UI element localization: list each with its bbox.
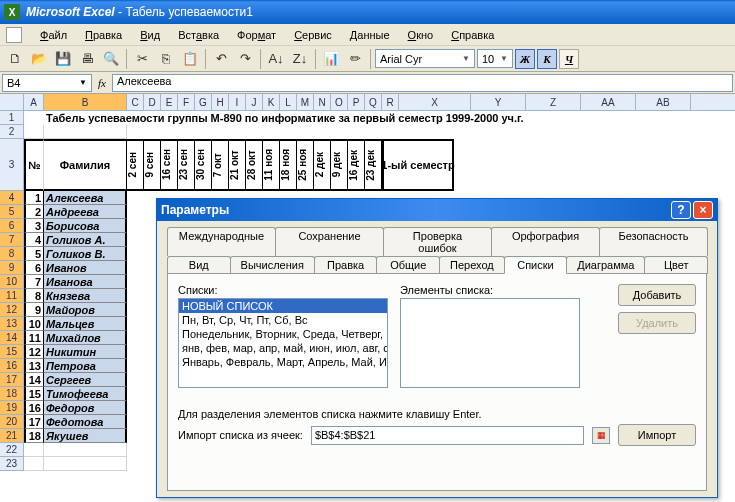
- tab[interactable]: Диаграмма: [566, 256, 645, 274]
- col-header[interactable]: X: [399, 94, 471, 110]
- tab[interactable]: Сохранение: [275, 227, 384, 256]
- surname-cell[interactable]: Алексеева: [44, 191, 127, 205]
- menu-format[interactable]: Формат: [229, 27, 284, 43]
- menu-window[interactable]: Окно: [400, 27, 442, 43]
- elements-textarea[interactable]: [400, 298, 580, 388]
- col-header[interactable]: B: [44, 94, 127, 110]
- surname-cell[interactable]: Никитин: [44, 345, 127, 359]
- chart-icon[interactable]: 📊: [320, 48, 342, 70]
- row-header[interactable]: 21: [0, 429, 24, 443]
- row-header[interactable]: 4: [0, 191, 24, 205]
- col-header[interactable]: Q: [365, 94, 382, 110]
- size-selector[interactable]: 10▼: [477, 49, 513, 68]
- col-header[interactable]: D: [144, 94, 161, 110]
- undo-icon[interactable]: ↶: [210, 48, 232, 70]
- paste-icon[interactable]: 📋: [179, 48, 201, 70]
- surname-cell[interactable]: Михайлов: [44, 331, 127, 345]
- menu-tools[interactable]: Сервис: [286, 27, 340, 43]
- row-header[interactable]: 20: [0, 415, 24, 429]
- surname-cell[interactable]: Иванов: [44, 261, 127, 275]
- surname-cell[interactable]: Андреева: [44, 205, 127, 219]
- row-header[interactable]: 15: [0, 345, 24, 359]
- tab[interactable]: Правка: [314, 256, 378, 274]
- bold-button[interactable]: Ж: [515, 49, 535, 69]
- add-button[interactable]: Добавить: [618, 284, 696, 306]
- row-header[interactable]: 10: [0, 275, 24, 289]
- col-header[interactable]: L: [280, 94, 297, 110]
- surname-cell[interactable]: Сергеев: [44, 373, 127, 387]
- fx-icon[interactable]: fx: [98, 77, 106, 89]
- row-header[interactable]: 7: [0, 233, 24, 247]
- tab[interactable]: Проверка ошибок: [383, 227, 492, 256]
- menu-data[interactable]: Данные: [342, 27, 398, 43]
- name-box[interactable]: B4▼: [2, 74, 92, 92]
- formula-input[interactable]: Алексеева: [112, 74, 733, 92]
- menu-insert[interactable]: Вставка: [170, 27, 227, 43]
- col-header[interactable]: R: [382, 94, 399, 110]
- drawing-icon[interactable]: ✏: [344, 48, 366, 70]
- tab[interactable]: Вычисления: [230, 256, 315, 274]
- row-header[interactable]: 14: [0, 331, 24, 345]
- col-header[interactable]: Y: [471, 94, 526, 110]
- row-header[interactable]: 1: [0, 111, 24, 125]
- save-icon[interactable]: 💾: [52, 48, 74, 70]
- col-header[interactable]: F: [178, 94, 195, 110]
- range-picker-icon[interactable]: ▦: [592, 427, 610, 444]
- row-header[interactable]: 13: [0, 317, 24, 331]
- col-header[interactable]: H: [212, 94, 229, 110]
- row-header[interactable]: 2: [0, 125, 24, 139]
- surname-cell[interactable]: Петрова: [44, 359, 127, 373]
- font-selector[interactable]: Arial Cyr▼: [375, 49, 475, 68]
- col-header[interactable]: AA: [581, 94, 636, 110]
- menu-help[interactable]: Справка: [443, 27, 502, 43]
- tab[interactable]: Международные: [167, 227, 276, 256]
- col-header[interactable]: O: [331, 94, 348, 110]
- surname-cell[interactable]: Тимофеева: [44, 387, 127, 401]
- surname-cell[interactable]: Майоров: [44, 303, 127, 317]
- dialog-titlebar[interactable]: Параметры ? ×: [157, 199, 717, 221]
- row-header[interactable]: 23: [0, 457, 24, 471]
- list-item[interactable]: Январь, Февраль, Март, Апрель, Май, И: [179, 355, 387, 369]
- underline-button[interactable]: Ч: [559, 49, 579, 69]
- import-button[interactable]: Импорт: [618, 424, 696, 446]
- select-all-corner[interactable]: [0, 94, 24, 110]
- surname-cell[interactable]: Иванова: [44, 275, 127, 289]
- copy-icon[interactable]: ⎘: [155, 48, 177, 70]
- row-header[interactable]: 16: [0, 359, 24, 373]
- row-header[interactable]: 18: [0, 387, 24, 401]
- cut-icon[interactable]: ✂: [131, 48, 153, 70]
- col-header[interactable]: AB: [636, 94, 691, 110]
- menu-edit[interactable]: Правка: [77, 27, 130, 43]
- col-header[interactable]: P: [348, 94, 365, 110]
- row-header[interactable]: 9: [0, 261, 24, 275]
- menu-file[interactable]: Файл: [32, 27, 75, 43]
- list-item[interactable]: Понедельник, Вторник, Среда, Четверг,: [179, 327, 387, 341]
- row-header[interactable]: 22: [0, 443, 24, 457]
- italic-button[interactable]: К: [537, 49, 557, 69]
- surname-cell[interactable]: Федотова: [44, 415, 127, 429]
- open-icon[interactable]: 📂: [28, 48, 50, 70]
- sort-desc-icon[interactable]: Z↓: [289, 48, 311, 70]
- row-header[interactable]: 12: [0, 303, 24, 317]
- row-header[interactable]: 17: [0, 373, 24, 387]
- list-item[interactable]: янв, фев, мар, апр, май, июн, июл, авг, …: [179, 341, 387, 355]
- tab[interactable]: Вид: [167, 256, 231, 274]
- tab[interactable]: Общие: [376, 256, 440, 274]
- surname-cell[interactable]: Борисова: [44, 219, 127, 233]
- delete-button[interactable]: Удалить: [618, 312, 696, 334]
- lists-listbox[interactable]: НОВЫЙ СПИСОКПн, Вт, Ср, Чт, Пт, Сб, ВсПо…: [178, 298, 388, 388]
- col-header[interactable]: M: [297, 94, 314, 110]
- col-header[interactable]: J: [246, 94, 263, 110]
- tab[interactable]: Цвет: [644, 256, 708, 274]
- row-header[interactable]: 11: [0, 289, 24, 303]
- row-header[interactable]: 19: [0, 401, 24, 415]
- row-header[interactable]: 5: [0, 205, 24, 219]
- list-item[interactable]: НОВЫЙ СПИСОК: [179, 299, 387, 313]
- col-header[interactable]: E: [161, 94, 178, 110]
- surname-cell[interactable]: Федоров: [44, 401, 127, 415]
- redo-icon[interactable]: ↷: [234, 48, 256, 70]
- row-header[interactable]: 6: [0, 219, 24, 233]
- list-item[interactable]: Пн, Вт, Ср, Чт, Пт, Сб, Вс: [179, 313, 387, 327]
- col-header[interactable]: G: [195, 94, 212, 110]
- tab[interactable]: Безопасность: [599, 227, 708, 256]
